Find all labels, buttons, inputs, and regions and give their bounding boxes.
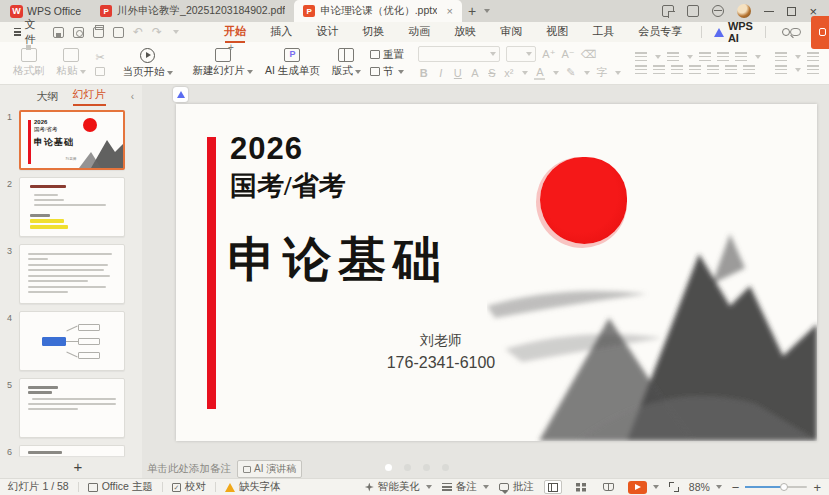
slide-exam-text[interactable]: 国考/省考: [230, 168, 346, 204]
ribbon-search-button[interactable]: [782, 26, 790, 38]
workspace-icon[interactable]: [687, 5, 699, 17]
comment-button[interactable]: 批注: [499, 480, 534, 494]
bullet-list-icon[interactable]: [635, 52, 647, 62]
font-name-select[interactable]: [418, 46, 500, 62]
superscript-button[interactable]: x²: [503, 67, 514, 79]
text-tool-button[interactable]: 字: [596, 65, 607, 80]
text-direction-icon[interactable]: [775, 52, 787, 62]
ribbon-tab-tools[interactable]: 工具: [581, 22, 625, 42]
restore-button[interactable]: [787, 7, 796, 16]
notes-placeholder[interactable]: 单击此处添加备注: [147, 462, 231, 476]
normal-view-button[interactable]: [544, 480, 562, 494]
slides-tab[interactable]: 幻灯片: [73, 87, 106, 106]
print-icon[interactable]: [93, 27, 104, 38]
strikethrough-button[interactable]: S: [486, 67, 497, 79]
increase-font-icon[interactable]: A⁺: [542, 48, 555, 61]
slide-contact-block[interactable]: 刘老师 176-2341-6100: [386, 332, 496, 372]
share-button[interactable]: 分享: [811, 16, 829, 49]
wps-ai-floating-button[interactable]: [173, 87, 188, 102]
thumbnail-card[interactable]: [19, 378, 125, 438]
current-slide[interactable]: 2026 国考/省考 申论基础 刘老师 176-2341-6100: [176, 104, 817, 441]
export-pdf-icon[interactable]: [113, 27, 124, 38]
user-avatar[interactable]: [737, 4, 751, 18]
slide-thumbnail-2[interactable]: 2: [0, 177, 142, 237]
zoom-out-button[interactable]: −: [732, 480, 740, 495]
collapse-panel-icon[interactable]: ‹: [131, 91, 134, 102]
save-icon[interactable]: [53, 27, 64, 38]
reset-button[interactable]: 重置: [370, 48, 405, 62]
thumbnail-card[interactable]: [19, 311, 125, 371]
slideshow-button[interactable]: [628, 481, 659, 494]
proofread-button[interactable]: ✓ 校对: [172, 480, 206, 494]
ribbon-tab-insert[interactable]: 插入: [259, 22, 303, 42]
zoom-slider-track[interactable]: [745, 486, 807, 488]
slide-title-text[interactable]: 申论基础: [228, 228, 448, 292]
minimize-button[interactable]: [764, 11, 774, 12]
add-slide-button[interactable]: +: [0, 457, 142, 477]
theme-button[interactable]: Office 主题: [88, 480, 153, 494]
bold-button[interactable]: B: [418, 67, 429, 79]
ribbon-tab-view[interactable]: 视图: [535, 22, 579, 42]
wps-ai-button[interactable]: WPS AI: [710, 20, 758, 44]
ribbon-tab-design[interactable]: 设计: [305, 22, 349, 42]
thumbnail-card[interactable]: [19, 177, 125, 237]
customize-quick-access-icon[interactable]: [173, 30, 179, 34]
app-brand[interactable]: W WPS Office: [6, 5, 91, 18]
slide-sorter-view-button[interactable]: [572, 480, 590, 494]
undo-icon[interactable]: ↶: [133, 25, 143, 39]
document-tab-pdf[interactable]: P 川外申论教学_20251203184902.pdf: [91, 0, 294, 22]
slide-thumbnail-6[interactable]: 6: [0, 445, 142, 457]
vertical-align-icon[interactable]: [775, 65, 787, 75]
decrease-font-icon[interactable]: A⁻: [562, 48, 575, 61]
thumbnail-card[interactable]: 2026 国考/省考 申论基础 刘老师: [19, 110, 125, 170]
outline-tab[interactable]: 大纲: [37, 89, 59, 104]
decrease-indent-icon[interactable]: [699, 52, 711, 62]
smart-beautify-button[interactable]: 智能美化: [365, 480, 432, 494]
ribbon-tab-animation[interactable]: 动画: [397, 22, 441, 42]
text-spacing-icon[interactable]: [743, 65, 755, 75]
cloud-sync-icon[interactable]: [790, 28, 801, 36]
cloud-save-icon[interactable]: [73, 27, 84, 38]
new-tab-button[interactable]: +: [462, 3, 482, 19]
file-menu-button[interactable]: 文件: [8, 17, 45, 47]
char-border-button[interactable]: A: [469, 67, 480, 79]
slide-ink-mountains[interactable]: [487, 206, 817, 441]
ribbon-tab-transition[interactable]: 切换: [351, 22, 395, 42]
fullscreen-icon[interactable]: [669, 482, 679, 492]
layout-button[interactable]: 版式: [329, 48, 364, 78]
document-tab-pptx[interactable]: P 申论理论课（优化）.pptx ×: [294, 0, 462, 22]
new-slide-button[interactable]: 新建幻灯片: [190, 48, 257, 78]
italic-button[interactable]: I: [435, 67, 446, 79]
screenshot-icon[interactable]: [662, 5, 674, 17]
number-list-icon[interactable]: [667, 52, 679, 62]
ribbon-tab-review[interactable]: 审阅: [489, 22, 533, 42]
close-tab-icon[interactable]: ×: [446, 5, 452, 17]
text-effects-icon[interactable]: [807, 65, 819, 75]
distribute-icon[interactable]: [707, 65, 719, 75]
convert-smartart-icon[interactable]: [807, 52, 819, 62]
highlight-button[interactable]: ✎: [565, 66, 576, 79]
thumbnail-card[interactable]: [19, 445, 125, 456]
community-icon[interactable]: [712, 5, 724, 17]
align-left-icon[interactable]: [635, 65, 647, 75]
underline-button[interactable]: U: [452, 67, 463, 79]
slide-year-text[interactable]: 2026: [230, 131, 303, 167]
slide-thumbnail-5[interactable]: 5: [0, 378, 142, 438]
ribbon-tab-slideshow[interactable]: 放映: [443, 22, 487, 42]
ribbon-tab-member[interactable]: 会员专享: [627, 22, 693, 42]
font-size-select[interactable]: [506, 46, 536, 62]
redo-icon[interactable]: ↷: [152, 25, 162, 39]
reading-view-button[interactable]: [600, 480, 618, 494]
ai-speech-button[interactable]: AI 演讲稿: [237, 460, 302, 478]
missing-font-button[interactable]: 缺失字体: [225, 480, 281, 494]
slide-thumbnail-3[interactable]: 3: [0, 244, 142, 304]
slide-thumbnail-4[interactable]: 4: [0, 311, 142, 371]
zoom-level-button[interactable]: 88%: [689, 481, 722, 493]
notes-toggle-button[interactable]: 备注: [442, 480, 489, 494]
copy-icon[interactable]: [95, 67, 105, 76]
zoom-slider-knob[interactable]: [780, 483, 788, 491]
zoom-in-button[interactable]: +: [813, 480, 821, 495]
justify-icon[interactable]: [689, 65, 701, 75]
line-spacing-icon[interactable]: [725, 65, 737, 75]
cut-icon[interactable]: ✂: [95, 51, 106, 64]
